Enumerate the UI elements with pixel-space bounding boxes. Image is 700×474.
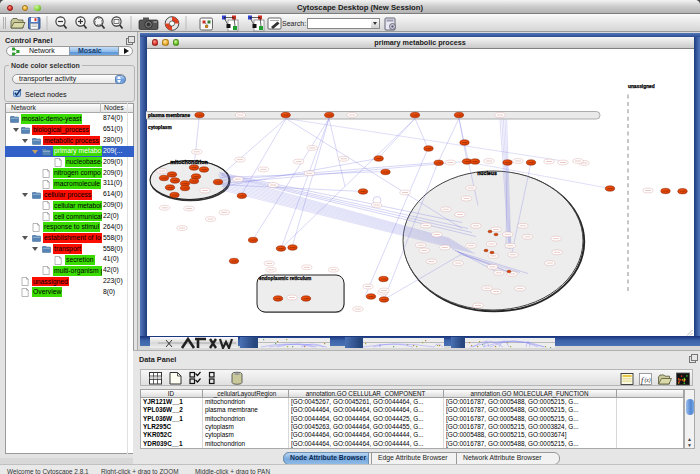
svg-text:endoplasmic reticulum: endoplasmic reticulum (259, 276, 311, 281)
svg-text:cytoplasm: cytoplasm (148, 125, 172, 130)
svg-text:unassigned: unassigned (628, 83, 655, 88)
svg-text:nucleus: nucleus (477, 170, 497, 176)
svg-text:plasma membrane: plasma membrane (148, 113, 190, 118)
svg-text:(x): (x) (645, 377, 651, 384)
svg-text:mitochondrion: mitochondrion (170, 159, 208, 165)
